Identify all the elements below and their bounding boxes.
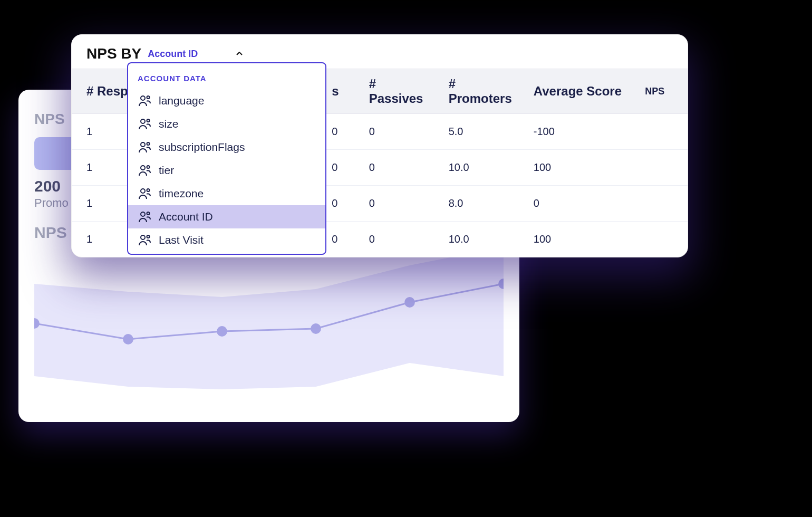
field-dropdown-selected: Account ID [148, 49, 198, 60]
chevron-up-icon [236, 52, 243, 56]
dropdown-item[interactable]: Account ID [128, 205, 325, 228]
cell-s: 0 [321, 150, 358, 186]
svg-point-19 [147, 235, 150, 238]
cell-avg: 0 [523, 186, 634, 222]
dropdown-item-label: Last Visit [159, 234, 204, 246]
nps-weekly-chart [34, 247, 504, 405]
dropdown-item-label: Account ID [159, 210, 213, 223]
field-dropdown-panel[interactable]: ACCOUNT DATA language size subscriptionF… [127, 62, 326, 255]
cell-promoters: 10.0 [438, 222, 523, 257]
svg-point-9 [147, 119, 150, 122]
table-header-s[interactable]: s [321, 69, 358, 114]
dropdown-item-label: timezone [159, 187, 204, 200]
table-header-nps[interactable]: NPS [634, 69, 688, 114]
table-header-promoters[interactable]: # Promoters [438, 69, 523, 114]
cell-s: 0 [321, 114, 358, 150]
people-icon [138, 211, 151, 223]
cell-nps [634, 150, 688, 186]
cell-avg: 100 [523, 150, 634, 186]
nps-by-title: NPS BY [86, 45, 141, 62]
cell-avg: 100 [523, 222, 634, 257]
cell-passives: 0 [359, 150, 438, 186]
dropdown-item[interactable]: timezone [128, 182, 325, 205]
people-icon [138, 234, 151, 246]
svg-point-13 [147, 166, 150, 168]
dropdown-item[interactable]: tier [128, 159, 325, 182]
dropdown-item[interactable]: language [128, 89, 325, 112]
dropdown-item[interactable]: subscriptionFlags [128, 136, 325, 159]
dropdown-item[interactable]: size [128, 112, 325, 136]
svg-point-4 [404, 297, 415, 308]
dropdown-item[interactable]: Last Visit [128, 228, 325, 252]
svg-point-16 [141, 212, 145, 216]
table-header-passives[interactable]: # Passives [359, 69, 438, 114]
svg-point-8 [141, 119, 145, 123]
dropdown-item-label: tier [159, 164, 174, 177]
people-icon [138, 165, 151, 176]
svg-point-15 [147, 189, 150, 192]
svg-point-6 [141, 96, 145, 100]
dropdown-section-header: ACCOUNT DATA [128, 63, 325, 89]
dropdown-item-label: language [159, 94, 204, 107]
people-icon [138, 188, 151, 199]
svg-point-12 [141, 166, 145, 170]
dropdown-item-label: size [159, 118, 178, 130]
cell-s: 0 [321, 186, 358, 222]
people-icon [138, 95, 151, 107]
svg-point-2 [217, 326, 227, 337]
cell-nps [634, 186, 688, 222]
nps-by-card: NPS BY Account ID ACCOUNT DATA language … [71, 34, 688, 257]
svg-point-17 [147, 212, 150, 215]
table-header-avg[interactable]: Average Score [523, 69, 634, 114]
cell-passives: 0 [359, 186, 438, 222]
cell-avg: -100 [523, 114, 634, 150]
svg-point-10 [141, 142, 145, 147]
cell-promoters: 8.0 [438, 186, 523, 222]
cell-nps [634, 222, 688, 257]
svg-point-1 [123, 334, 133, 344]
cell-passives: 0 [359, 222, 438, 257]
svg-point-11 [147, 142, 150, 145]
svg-point-7 [147, 96, 150, 99]
cell-nps [634, 114, 688, 150]
cell-passives: 0 [359, 114, 438, 150]
chart-band [34, 247, 504, 389]
dropdown-item-label: subscriptionFlags [159, 141, 245, 154]
cell-promoters: 10.0 [438, 150, 523, 186]
field-dropdown-trigger[interactable]: Account ID [148, 49, 243, 60]
svg-point-18 [141, 235, 145, 240]
svg-point-3 [311, 323, 321, 334]
cell-s: 0 [321, 222, 358, 257]
cell-promoters: 5.0 [438, 114, 523, 150]
people-icon [138, 141, 151, 153]
people-icon [138, 118, 151, 130]
svg-point-14 [141, 189, 145, 193]
